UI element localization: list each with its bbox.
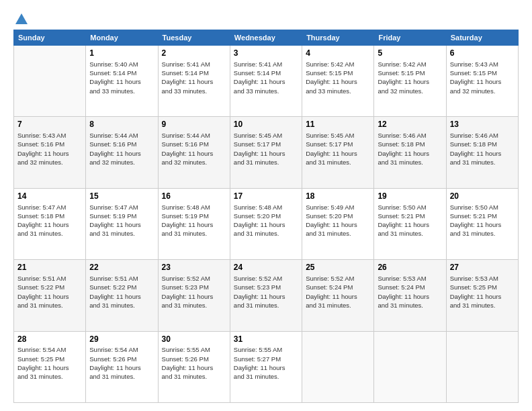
calendar-cell: 27Sunrise: 5:53 AMSunset: 5:25 PMDayligh…: [446, 260, 518, 331]
weekday-header-saturday: Saturday: [446, 30, 518, 46]
calendar-cell: 10Sunrise: 5:45 AMSunset: 5:17 PMDayligh…: [230, 117, 302, 188]
day-number: 28: [17, 334, 82, 345]
day-info: Sunrise: 5:44 AMSunset: 5:16 PMDaylight:…: [162, 131, 226, 167]
day-number: 17: [234, 191, 298, 202]
day-info: Sunrise: 5:48 AMSunset: 5:19 PMDaylight:…: [162, 203, 226, 238]
weekday-header-wednesday: Wednesday: [230, 30, 302, 46]
weekday-header-thursday: Thursday: [302, 30, 374, 46]
calendar-cell: 15Sunrise: 5:47 AMSunset: 5:19 PMDayligh…: [86, 188, 158, 259]
calendar-cell: 4Sunrise: 5:42 AMSunset: 5:15 PMDaylight…: [302, 46, 374, 117]
calendar-cell: 25Sunrise: 5:52 AMSunset: 5:24 PMDayligh…: [302, 260, 374, 331]
day-number: 20: [450, 191, 515, 202]
day-number: 27: [450, 262, 515, 273]
weekday-header-sunday: Sunday: [14, 30, 86, 46]
calendar-week-row: 28Sunrise: 5:54 AMSunset: 5:25 PMDayligh…: [14, 331, 519, 402]
day-number: 5: [378, 48, 442, 59]
calendar-cell: 2Sunrise: 5:41 AMSunset: 5:14 PMDaylight…: [158, 46, 230, 117]
calendar-cell: 29Sunrise: 5:54 AMSunset: 5:26 PMDayligh…: [86, 331, 158, 402]
calendar-cell: 26Sunrise: 5:53 AMSunset: 5:24 PMDayligh…: [374, 260, 446, 331]
svg-marker-0: [15, 13, 28, 24]
day-info: Sunrise: 5:40 AMSunset: 5:14 PMDaylight:…: [89, 60, 154, 95]
weekday-header-monday: Monday: [86, 30, 158, 46]
calendar-week-row: 14Sunrise: 5:47 AMSunset: 5:18 PMDayligh…: [14, 188, 519, 259]
day-number: 3: [234, 48, 298, 59]
day-number: 14: [17, 191, 82, 202]
day-number: 1: [89, 48, 154, 59]
day-info: Sunrise: 5:45 AMSunset: 5:17 PMDaylight:…: [234, 131, 298, 167]
calendar-cell: 23Sunrise: 5:52 AMSunset: 5:23 PMDayligh…: [158, 260, 230, 331]
day-number: 16: [162, 191, 226, 202]
day-number: 2: [162, 48, 226, 59]
day-info: Sunrise: 5:41 AMSunset: 5:14 PMDaylight:…: [234, 60, 298, 95]
day-info: Sunrise: 5:49 AMSunset: 5:20 PMDaylight:…: [306, 203, 370, 238]
day-number: 10: [234, 119, 298, 130]
calendar-cell: 31Sunrise: 5:55 AMSunset: 5:27 PMDayligh…: [230, 331, 302, 402]
day-number: 26: [378, 262, 442, 273]
calendar-table: SundayMondayTuesdayWednesdayThursdayFrid…: [13, 30, 519, 403]
logo: [13, 12, 30, 24]
calendar-cell: 21Sunrise: 5:51 AMSunset: 5:22 PMDayligh…: [14, 260, 86, 331]
calendar-cell: 9Sunrise: 5:44 AMSunset: 5:16 PMDaylight…: [158, 117, 230, 188]
day-info: Sunrise: 5:55 AMSunset: 5:26 PMDaylight:…: [162, 345, 226, 381]
page: SundayMondayTuesdayWednesdayThursdayFrid…: [0, 0, 532, 411]
weekday-header-friday: Friday: [374, 30, 446, 46]
calendar-cell: [446, 331, 518, 402]
day-info: Sunrise: 5:47 AMSunset: 5:18 PMDaylight:…: [17, 203, 82, 238]
day-number: 7: [17, 119, 82, 130]
day-number: 15: [89, 191, 154, 202]
weekday-header-tuesday: Tuesday: [158, 30, 230, 46]
day-number: 11: [306, 119, 370, 130]
day-number: 8: [89, 119, 154, 130]
day-number: 9: [162, 119, 226, 130]
day-info: Sunrise: 5:42 AMSunset: 5:15 PMDaylight:…: [306, 60, 370, 95]
calendar-cell: 24Sunrise: 5:52 AMSunset: 5:23 PMDayligh…: [230, 260, 302, 331]
day-info: Sunrise: 5:43 AMSunset: 5:16 PMDaylight:…: [17, 131, 82, 167]
day-info: Sunrise: 5:47 AMSunset: 5:19 PMDaylight:…: [89, 203, 154, 238]
day-info: Sunrise: 5:53 AMSunset: 5:24 PMDaylight:…: [378, 274, 442, 310]
day-number: 13: [450, 119, 515, 130]
day-info: Sunrise: 5:52 AMSunset: 5:23 PMDaylight:…: [162, 274, 226, 310]
calendar-cell: [374, 331, 446, 402]
day-number: 25: [306, 262, 370, 273]
calendar-cell: 16Sunrise: 5:48 AMSunset: 5:19 PMDayligh…: [158, 188, 230, 259]
calendar-header-row: SundayMondayTuesdayWednesdayThursdayFrid…: [14, 30, 519, 46]
calendar-cell: 22Sunrise: 5:51 AMSunset: 5:22 PMDayligh…: [86, 260, 158, 331]
day-number: 23: [162, 262, 226, 273]
calendar-cell: 12Sunrise: 5:46 AMSunset: 5:18 PMDayligh…: [374, 117, 446, 188]
calendar-cell: 3Sunrise: 5:41 AMSunset: 5:14 PMDaylight…: [230, 46, 302, 117]
day-info: Sunrise: 5:52 AMSunset: 5:24 PMDaylight:…: [306, 274, 370, 310]
day-number: 21: [17, 262, 82, 273]
day-number: 29: [89, 334, 154, 345]
calendar-week-row: 7Sunrise: 5:43 AMSunset: 5:16 PMDaylight…: [14, 117, 519, 188]
day-info: Sunrise: 5:50 AMSunset: 5:21 PMDaylight:…: [378, 203, 442, 238]
day-info: Sunrise: 5:41 AMSunset: 5:14 PMDaylight:…: [162, 60, 226, 95]
day-number: 12: [378, 119, 442, 130]
calendar-cell: 8Sunrise: 5:44 AMSunset: 5:16 PMDaylight…: [86, 117, 158, 188]
day-info: Sunrise: 5:46 AMSunset: 5:18 PMDaylight:…: [450, 131, 515, 167]
calendar-cell: 14Sunrise: 5:47 AMSunset: 5:18 PMDayligh…: [14, 188, 86, 259]
calendar-cell: 6Sunrise: 5:43 AMSunset: 5:15 PMDaylight…: [446, 46, 518, 117]
day-info: Sunrise: 5:42 AMSunset: 5:15 PMDaylight:…: [378, 60, 442, 95]
calendar-cell: 28Sunrise: 5:54 AMSunset: 5:25 PMDayligh…: [14, 331, 86, 402]
day-number: 30: [162, 334, 226, 345]
calendar-cell: [14, 46, 86, 117]
day-info: Sunrise: 5:54 AMSunset: 5:25 PMDaylight:…: [17, 345, 82, 381]
day-info: Sunrise: 5:55 AMSunset: 5:27 PMDaylight:…: [234, 345, 298, 381]
day-info: Sunrise: 5:43 AMSunset: 5:15 PMDaylight:…: [450, 60, 515, 95]
calendar-cell: 11Sunrise: 5:45 AMSunset: 5:17 PMDayligh…: [302, 117, 374, 188]
day-number: 24: [234, 262, 298, 273]
header: [13, 12, 519, 24]
day-number: 19: [378, 191, 442, 202]
calendar-week-row: 1Sunrise: 5:40 AMSunset: 5:14 PMDaylight…: [14, 46, 519, 117]
calendar-cell: 5Sunrise: 5:42 AMSunset: 5:15 PMDaylight…: [374, 46, 446, 117]
calendar-cell: 19Sunrise: 5:50 AMSunset: 5:21 PMDayligh…: [374, 188, 446, 259]
day-info: Sunrise: 5:54 AMSunset: 5:26 PMDaylight:…: [89, 345, 154, 381]
calendar-cell: 17Sunrise: 5:48 AMSunset: 5:20 PMDayligh…: [230, 188, 302, 259]
day-info: Sunrise: 5:51 AMSunset: 5:22 PMDaylight:…: [89, 274, 154, 310]
day-info: Sunrise: 5:44 AMSunset: 5:16 PMDaylight:…: [89, 131, 154, 167]
calendar-cell: 13Sunrise: 5:46 AMSunset: 5:18 PMDayligh…: [446, 117, 518, 188]
day-info: Sunrise: 5:50 AMSunset: 5:21 PMDaylight:…: [450, 203, 515, 238]
calendar-cell: 1Sunrise: 5:40 AMSunset: 5:14 PMDaylight…: [86, 46, 158, 117]
day-number: 18: [306, 191, 370, 202]
day-info: Sunrise: 5:45 AMSunset: 5:17 PMDaylight:…: [306, 131, 370, 167]
